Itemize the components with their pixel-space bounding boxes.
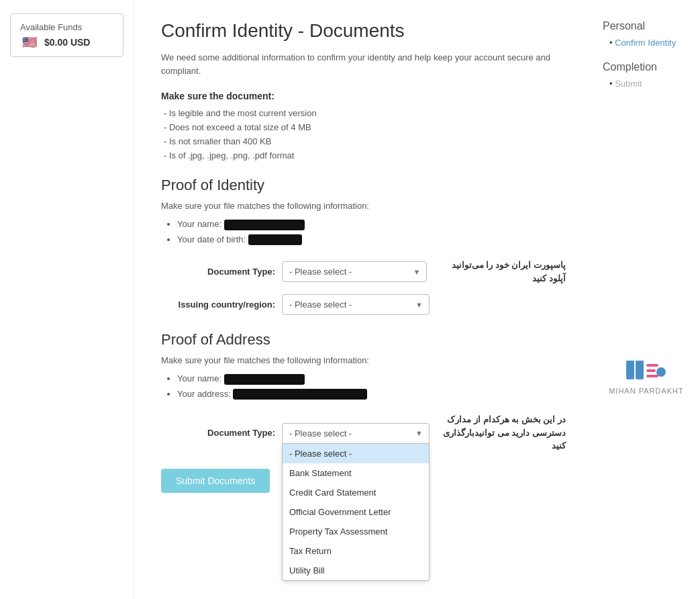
dropdown-item-tax-return[interactable]: Tax Return bbox=[283, 541, 429, 561]
flag-icon: 🇺🇸 bbox=[20, 36, 39, 48]
identity-dob-label: Your date of birth: bbox=[177, 234, 246, 244]
identity-name-item: Your name: bbox=[177, 219, 566, 230]
logo-area: MIHAN PARDAKHT bbox=[603, 357, 690, 395]
submit-documents-button[interactable]: Submit Documents bbox=[161, 469, 270, 493]
address-doc-type-label: Document Type: bbox=[161, 428, 275, 438]
dropdown-item-utility-bill[interactable]: Utility Bill bbox=[283, 561, 429, 580]
proof-of-identity-info: Your name: Your date of birth: bbox=[161, 219, 566, 245]
requirement-item: - Does not exceed a total size of 4 MB bbox=[161, 122, 566, 132]
personal-heading: Personal bbox=[603, 20, 690, 32]
funds-amount: $0.00 USD bbox=[44, 37, 90, 48]
svg-rect-6 bbox=[646, 375, 658, 377]
confirm-identity-nav-link[interactable]: Confirm Identity bbox=[615, 38, 676, 48]
identity-dob-item: Your date of birth: bbox=[177, 234, 566, 246]
proof-of-identity-title: Proof of Identity bbox=[161, 177, 566, 194]
doc-type-label: Document Type: bbox=[161, 267, 275, 277]
personal-section: Personal • Confirm Identity bbox=[603, 20, 690, 48]
right-nav: Personal • Confirm Identity Completion •… bbox=[593, 0, 700, 599]
address-name-redacted bbox=[224, 374, 305, 385]
dropdown-item-bank-statement[interactable]: Bank Statement bbox=[283, 463, 429, 483]
submit-nav-link[interactable]: Submit bbox=[615, 79, 642, 89]
issuing-select[interactable]: - Please select - bbox=[282, 294, 430, 315]
address-name-label: Your name: bbox=[177, 373, 221, 383]
issuing-label: Issuing country/region: bbox=[161, 300, 275, 310]
page-description: We need some additional information to c… bbox=[161, 51, 566, 77]
completion-section: Completion • Submit bbox=[603, 61, 690, 89]
brand-logo-icon bbox=[626, 357, 666, 384]
address-doc-type-select-wrapper: - Please select - ▼ bbox=[282, 423, 430, 443]
submit-nav-item[interactable]: • Submit bbox=[603, 79, 690, 89]
doc-type-select-wrapper: - Please select - ▼ bbox=[282, 261, 427, 282]
svg-rect-5 bbox=[646, 369, 656, 372]
proof-of-address-title: Proof of Address bbox=[161, 331, 566, 349]
address-doc-type-row: Document Type: - Please select - ▼ - Ple… bbox=[161, 413, 566, 453]
svg-point-7 bbox=[656, 367, 666, 377]
address-addr-item: Your address: bbox=[177, 389, 566, 400]
address-doc-type-select[interactable]: - Please select - bbox=[282, 423, 430, 443]
address-name-item: Your name: bbox=[177, 373, 566, 385]
completion-heading: Completion bbox=[603, 61, 690, 73]
identity-dob-redacted bbox=[248, 234, 302, 245]
confirm-identity-nav-item[interactable]: • Confirm Identity bbox=[603, 38, 690, 48]
requirement-item: - Is legible and the most current versio… bbox=[161, 108, 566, 118]
dropdown-item-credit-card[interactable]: Credit Card Statement bbox=[283, 483, 429, 502]
address-annotation-text: در این بخش به هرکدام از مدارک دسترسی دار… bbox=[436, 413, 566, 453]
dropdown-item-gov-letter[interactable]: Official Government Letter bbox=[283, 502, 429, 522]
address-annotation: در این بخش به هرکدام از مدارک دسترسی دار… bbox=[436, 413, 566, 453]
address-addr-label: Your address: bbox=[177, 389, 231, 399]
proof-of-identity-description: Make sure your file matches the followin… bbox=[161, 201, 566, 211]
svg-rect-4 bbox=[646, 364, 658, 367]
available-funds-box: Available Funds 🇺🇸 $0.00 USD bbox=[10, 13, 123, 57]
dropdown-item-property-tax[interactable]: Property Tax Assessment bbox=[283, 522, 429, 541]
identity-name-label: Your name: bbox=[177, 219, 221, 229]
available-funds-value: 🇺🇸 $0.00 USD bbox=[20, 36, 113, 48]
requirement-item: - Is not smaller than 400 KB bbox=[161, 136, 566, 146]
make-sure-label: Make sure the document: bbox=[161, 91, 566, 101]
address-addr-redacted bbox=[233, 389, 367, 400]
doc-type-select[interactable]: - Please select - bbox=[282, 261, 427, 282]
page-title: Confirm Identity - Documents bbox=[161, 20, 566, 42]
dropdown-item-please-select[interactable]: - Please select - bbox=[283, 444, 429, 463]
issuing-select-wrapper: - Please select - ▼ bbox=[282, 294, 430, 315]
doc-type-row: Document Type: - Please select - ▼ پاسپو… bbox=[161, 259, 566, 285]
identity-name-redacted bbox=[224, 220, 305, 230]
issuing-row: Issuing country/region: - Please select … bbox=[161, 294, 566, 315]
proof-of-address-info: Your name: Your address: bbox=[161, 373, 566, 400]
identity-annotation-text: پاسپورت ایران خود را می‌توانید آپلود کنی… bbox=[434, 259, 566, 285]
brand-name: MIHAN PARDAKHT bbox=[609, 387, 684, 395]
requirement-list: - Is legible and the most current versio… bbox=[161, 108, 566, 160]
address-doc-type-dropdown[interactable]: - Please select - Bank Statement Credit … bbox=[282, 443, 430, 581]
address-doc-type-wrapper: - Please select - ▼ - Please select - Ba… bbox=[282, 423, 430, 443]
requirement-item: - Is of .jpg, .jpeg, .png, .pdf format bbox=[161, 150, 566, 160]
proof-of-address-description: Make sure your file matches the followin… bbox=[161, 355, 566, 365]
main-content: Confirm Identity - Documents We need som… bbox=[134, 0, 593, 599]
available-funds-label: Available Funds bbox=[20, 22, 113, 32]
sidebar: Available Funds 🇺🇸 $0.00 USD bbox=[0, 0, 134, 599]
identity-annotation: پاسپورت ایران خود را می‌توانید آپلود کنی… bbox=[434, 259, 566, 285]
